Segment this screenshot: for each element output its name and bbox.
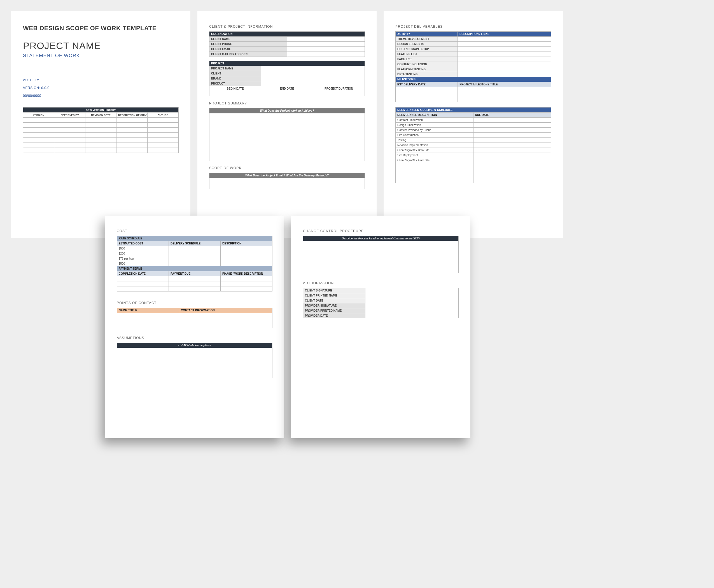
table-row[interactable]	[396, 97, 551, 102]
table-row[interactable]: $500	[117, 246, 272, 251]
table-row[interactable]	[117, 348, 272, 353]
table-row[interactable]	[23, 143, 178, 148]
provider-signature-cell[interactable]	[365, 303, 459, 308]
milestone-title-header: PROJECT MILESTONE TITLE	[458, 82, 551, 87]
table-row[interactable]	[23, 138, 178, 143]
due-cell[interactable]	[473, 158, 551, 163]
table-row[interactable]	[117, 363, 272, 368]
col-version: VERSION	[23, 112, 54, 118]
table-row[interactable]	[117, 276, 272, 281]
schedule-item: Testing	[396, 138, 474, 143]
table-row[interactable]	[117, 287, 272, 292]
client-project-info-heading: CLIENT & PROJECT INFORMATION	[209, 25, 365, 28]
table-row[interactable]	[396, 173, 551, 178]
due-cell[interactable]	[473, 143, 551, 148]
project-brand-cell[interactable]	[261, 76, 365, 81]
due-cell[interactable]	[473, 153, 551, 158]
table-row[interactable]	[23, 118, 178, 123]
table-row[interactable]: $500	[117, 261, 272, 266]
due-cell[interactable]	[473, 138, 551, 143]
author-label: AUTHOR:	[23, 78, 178, 82]
table-row[interactable]	[117, 323, 272, 328]
client-name-cell[interactable]	[287, 37, 365, 42]
project-summary-text[interactable]	[209, 113, 365, 161]
table-row[interactable]	[396, 168, 551, 173]
col-revision-date: REVISION DATE	[85, 112, 117, 118]
table-row[interactable]	[117, 373, 272, 378]
project-duration-header: PROJECT DURATION	[313, 86, 365, 91]
project-client-cell[interactable]	[261, 71, 365, 76]
table-row[interactable]	[23, 148, 178, 153]
organization-header: ORGANIZATION	[209, 31, 365, 37]
project-name-label: PROJECT NAME	[209, 66, 261, 71]
activity-cell[interactable]	[458, 47, 551, 52]
project-summary-heading: PROJECT SUMMARY	[209, 101, 365, 105]
delivery-schedule-table: DELIVERABLES & DELIVERY SCHEDULE DELIVER…	[395, 107, 551, 183]
activity-cell[interactable]	[458, 67, 551, 72]
table-row[interactable]	[23, 133, 178, 138]
assumptions-heading: ASSUMPTIONS	[117, 336, 272, 340]
cost-heading: COST	[117, 229, 272, 233]
page-2-client-project: CLIENT & PROJECT INFORMATION ORGANIZATIO…	[197, 11, 377, 238]
project-product-cell[interactable]	[261, 81, 365, 86]
client-mailing-label: CLIENT MAILING ADDRESS	[209, 52, 287, 57]
due-cell[interactable]	[473, 133, 551, 138]
due-cell[interactable]	[473, 128, 551, 133]
activity-cell[interactable]	[458, 62, 551, 67]
milestones-header: MILESTONES	[396, 77, 551, 82]
schedule-item: Site Construction	[396, 133, 474, 138]
est-delivery-header: EST DELIVERY DATE	[396, 82, 458, 87]
assumptions-table: List All Made Assumptions	[117, 343, 272, 378]
table-row[interactable]	[396, 92, 551, 97]
project-summary-box: What Does the Project Work to Achieve?	[209, 108, 365, 161]
template-title: WEB DESIGN SCOPE OF WORK TEMPLATE	[23, 25, 178, 32]
project-name-cell[interactable]	[261, 66, 365, 71]
due-cell[interactable]	[473, 148, 551, 153]
description-header: DESCRIPTION	[220, 241, 272, 246]
table-row[interactable]	[117, 281, 272, 287]
table-row[interactable]	[117, 353, 272, 358]
client-date-cell[interactable]	[365, 298, 459, 303]
provider-date-cell[interactable]	[365, 313, 459, 318]
table-row[interactable]	[23, 128, 178, 133]
table-row[interactable]: $200	[117, 251, 272, 256]
client-signature-cell[interactable]	[365, 288, 459, 293]
client-phone-cell[interactable]	[287, 42, 365, 47]
table-row[interactable]	[117, 318, 272, 323]
table-row[interactable]	[209, 91, 365, 96]
assumptions-prompt: List All Made Assumptions	[117, 343, 272, 348]
client-printed-name-cell[interactable]	[365, 293, 459, 298]
activity-cell[interactable]	[458, 72, 551, 77]
provider-printed-name-cell[interactable]	[365, 308, 459, 313]
col-approved-by: APPROVED BY	[54, 112, 85, 118]
rate-value: $500	[117, 261, 169, 266]
table-row[interactable]	[117, 358, 272, 363]
table-row[interactable]	[23, 123, 178, 128]
project-client-label: CLIENT	[209, 71, 261, 76]
activity-host: HOST / DOMAIN SETUP	[396, 47, 458, 52]
table-row[interactable]	[117, 313, 272, 318]
activity-cell[interactable]	[458, 57, 551, 62]
client-email-cell[interactable]	[287, 47, 365, 52]
activity-design: DESIGN ELEMENTS	[396, 42, 458, 47]
schedule-item: Design Finalization	[396, 123, 474, 128]
due-cell[interactable]	[473, 123, 551, 128]
activity-cell[interactable]	[458, 52, 551, 57]
end-date-header: END DATE	[261, 86, 313, 91]
points-of-contact-heading: POINTS OF CONTACT	[117, 301, 272, 305]
activity-feature: FEATURE LIST	[396, 52, 458, 57]
scope-of-work-heading: SCOPE OF WORK	[209, 166, 365, 170]
change-control-heading: CHANGE CONTROL PROCEDURE	[303, 229, 459, 233]
due-cell[interactable]	[473, 118, 551, 123]
table-row[interactable]	[396, 163, 551, 168]
table-row[interactable]	[117, 368, 272, 373]
scope-text[interactable]	[209, 178, 365, 189]
client-mailing-cell[interactable]	[287, 52, 365, 57]
table-row[interactable]	[396, 87, 551, 92]
table-row[interactable]: $75 per hour	[117, 256, 272, 261]
activity-cell[interactable]	[458, 42, 551, 47]
table-row[interactable]	[396, 178, 551, 183]
activity-cell[interactable]	[458, 37, 551, 42]
change-text[interactable]	[303, 241, 459, 273]
project-brand-label: BRAND	[209, 76, 261, 81]
